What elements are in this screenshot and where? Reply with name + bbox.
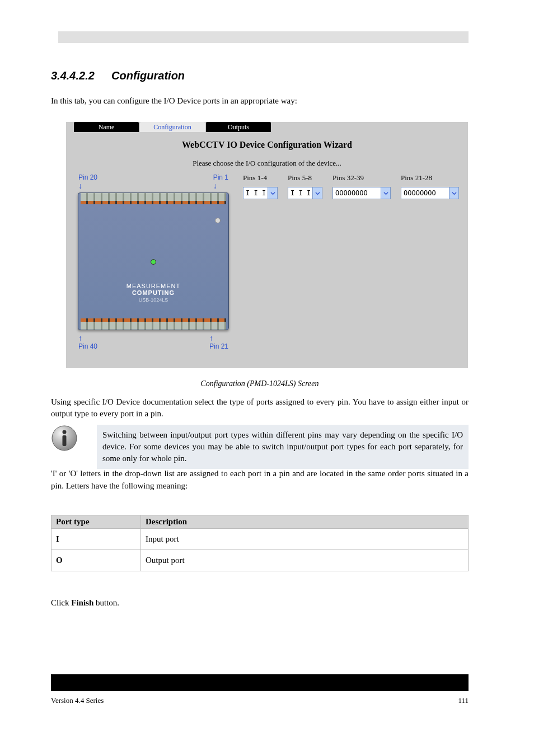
section-number: 3.4.4.2.2 — [51, 69, 95, 82]
device-dot — [215, 218, 221, 223]
solder-strip-top — [81, 201, 226, 204]
device-led — [151, 259, 156, 265]
pins-21-28-group: Pins 21-28 — [401, 173, 459, 350]
pins-5-8-select[interactable] — [288, 187, 322, 199]
pins-21-28-label: Pins 21-28 — [401, 173, 459, 182]
pins-5-8-group: Pins 5-8 — [288, 173, 322, 350]
cell-i-desc: Input port — [141, 529, 469, 550]
cell-o: O — [51, 550, 141, 571]
wizard-tabs: Name Configuration Outputs — [66, 122, 468, 132]
wizard-screenshot: Name Configuration Outputs WebCCTV IO De… — [66, 122, 468, 368]
tab-outputs[interactable]: Outputs — [206, 122, 271, 132]
info-icon — [51, 425, 78, 452]
svg-point-1 — [63, 430, 67, 434]
para3-c: button. — [93, 598, 119, 607]
screw-strip-bottom — [81, 322, 226, 330]
tab-configuration[interactable]: Configuration — [140, 122, 205, 132]
footer-bar — [51, 674, 469, 691]
pins-32-39-label: Pins 32-39 — [332, 173, 391, 182]
cell-i: I — [51, 529, 141, 550]
wizard-subtitle: Please choose the I/O configuration of t… — [66, 159, 468, 168]
header-bar — [58, 31, 469, 43]
paragraph-2: 'I' or 'O' letters in the drop-down list… — [51, 468, 469, 492]
table-row: O Output port — [51, 550, 469, 571]
brand-line1: MEASUREMENT — [127, 283, 181, 289]
device-model: USB-1024LS — [127, 297, 181, 303]
port-type-table: Port type Description I Input port O Out… — [51, 515, 469, 571]
pin21-label: Pin 21 — [209, 334, 228, 350]
wizard-body: Pin 20 Pin 1 MEASUREMENT COMPUTING USB-1… — [66, 173, 468, 350]
pins-21-28-select[interactable] — [401, 187, 459, 199]
brand-line2: COMPUTING — [127, 289, 181, 296]
chevron-down-icon[interactable] — [312, 187, 322, 199]
chevron-down-icon[interactable] — [381, 187, 391, 199]
paragraph-3: Click Finish button. — [51, 597, 469, 609]
pins-1-4-label: Pins 1-4 — [243, 173, 278, 182]
device-column: Pin 20 Pin 1 MEASUREMENT COMPUTING USB-1… — [75, 173, 232, 350]
pins-21-28-value[interactable] — [401, 187, 449, 199]
wizard-title: WebCCTV IO Device Configuration Wizard — [66, 140, 468, 150]
th-port-type: Port type — [51, 515, 141, 529]
pins-32-39-value[interactable] — [332, 187, 381, 199]
table-header-row: Port type Description — [51, 515, 469, 529]
chevron-down-icon[interactable] — [268, 187, 278, 199]
tab-name[interactable]: Name — [74, 122, 139, 132]
cell-o-desc: Output port — [141, 550, 469, 571]
pins-column: Pins 1-4 Pins 5-8 Pins 32-39 — [232, 173, 459, 350]
pins-1-4-group: Pins 1-4 — [243, 173, 278, 350]
page-number: 111 — [458, 696, 469, 705]
paragraph-1: Using specific I/O Device documentation … — [51, 396, 469, 420]
pins-1-4-value[interactable] — [243, 187, 268, 199]
table-row: I Input port — [51, 529, 469, 550]
figure-caption: Configuration (PMD-1024LS) Screen — [51, 379, 469, 388]
pins-1-4-select[interactable] — [243, 187, 278, 199]
th-description: Description — [141, 515, 469, 529]
pins-5-8-label: Pins 5-8 — [288, 173, 322, 182]
footer-version: Version 4.4 Series — [51, 696, 104, 705]
para3-a: Click — [51, 598, 71, 607]
pins-32-39-select[interactable] — [332, 187, 391, 199]
finish-word: Finish — [71, 598, 93, 607]
info-note: Switching between input/output port type… — [97, 425, 469, 469]
pin1-label: Pin 1 — [213, 173, 228, 190]
svg-rect-2 — [63, 435, 67, 446]
pins-5-8-value[interactable] — [288, 187, 312, 199]
lead-text: In this tab, you can configure the I/O D… — [51, 95, 469, 106]
device-brand: MEASUREMENT COMPUTING USB-1024LS — [127, 283, 181, 303]
screw-strip-top — [81, 193, 226, 201]
pins-32-39-group: Pins 32-39 — [332, 173, 391, 350]
device-image: MEASUREMENT COMPUTING USB-1024LS — [78, 192, 229, 330]
pin20-label: Pin 20 — [78, 173, 97, 190]
info-row: Switching between input/output port type… — [51, 425, 469, 469]
section-title: Configuration — [111, 69, 185, 82]
chevron-down-icon[interactable] — [449, 187, 459, 199]
pin40-label: Pin 40 — [78, 334, 97, 350]
